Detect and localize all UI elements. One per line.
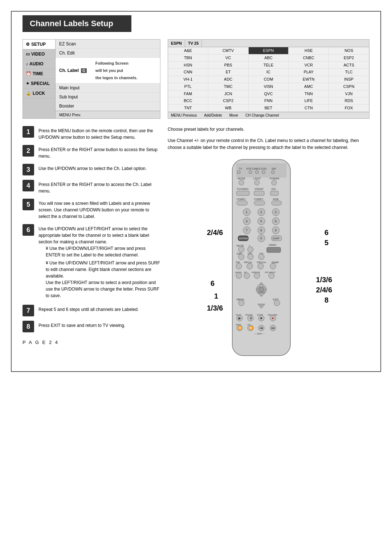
channel-cell[interactable]: AMC bbox=[289, 83, 329, 90]
footer-adddelete: Add/Delete bbox=[204, 113, 222, 117]
menu-item-booster[interactable]: Booster bbox=[56, 102, 160, 111]
footer-previous: MENU Previous bbox=[171, 113, 197, 117]
channel-cell[interactable]: TLC bbox=[329, 69, 369, 76]
steps-right: Choose preset labels for your channels. … bbox=[168, 126, 369, 360]
channel-cell[interactable]: FAM bbox=[168, 90, 208, 98]
channel-cell[interactable]: QVC bbox=[249, 90, 289, 98]
step-6: 6 Use the UP/DOWN and LEFT/RIGHT arrow t… bbox=[23, 224, 160, 300]
channel-cell[interactable]: A&E bbox=[168, 47, 208, 54]
channel-cell[interactable]: RDS bbox=[329, 97, 369, 105]
channel-cell[interactable]: JCN bbox=[208, 90, 249, 98]
svg-point-85 bbox=[259, 287, 264, 292]
channel-cell[interactable]: VISN bbox=[249, 83, 289, 90]
channel-cell[interactable]: TNT bbox=[168, 105, 208, 112]
step-text-4: Press ENTER or the RIGHT arrow to access… bbox=[38, 180, 160, 194]
channel-cell[interactable]: TBN bbox=[168, 54, 208, 62]
channel-cell[interactable]: INSP bbox=[329, 76, 369, 83]
channel-cell[interactable]: BET bbox=[249, 105, 289, 112]
special-icon: ✦ bbox=[26, 81, 29, 86]
svg-point-59 bbox=[248, 254, 253, 260]
channel-cell[interactable]: CSP2 bbox=[208, 97, 249, 105]
menu-note-2: will let you put bbox=[92, 67, 141, 74]
remote-wrapper: 2/4/6 6 5 6 1 1/3/6 1/3/6 2/4/6 8 bbox=[218, 156, 319, 360]
channel-cell[interactable]: FNN bbox=[249, 97, 289, 105]
svg-point-71 bbox=[270, 263, 276, 269]
step-text-7: Repeat 5 and 6 steps until all channels … bbox=[38, 305, 139, 316]
channel-cell[interactable]: PTL bbox=[168, 83, 208, 90]
sidebar-item-setup[interactable]: ⚙ SETUP bbox=[23, 40, 55, 49]
label-6-right: 6 bbox=[324, 228, 328, 237]
page-content: Channel Labels Setup ⚙ SETUP ▭ VIDEO ♪ bbox=[12, 12, 380, 371]
video-icon: ▭ bbox=[26, 52, 30, 57]
menu-item-ezscan[interactable]: EZ Scan bbox=[56, 40, 160, 49]
label-136-right: 1/3/6 bbox=[316, 276, 332, 284]
channel-footer: MENU Previous Add/Delete Move CH Change … bbox=[168, 112, 369, 118]
step-3: 3 Use the UP/DOWN arrow to select the Ch… bbox=[23, 164, 160, 175]
sidebar-item-video[interactable]: ▭ VIDEO bbox=[23, 49, 55, 59]
channel-cell[interactable]: EWTN bbox=[289, 76, 329, 83]
channel-cell[interactable]: CTN bbox=[289, 105, 329, 112]
step-text-5: You will now see a screen filled with La… bbox=[38, 199, 160, 220]
channel-cell[interactable]: ABC bbox=[249, 54, 289, 62]
channel-cell[interactable]: PBS bbox=[208, 62, 249, 69]
svg-rect-19 bbox=[237, 191, 249, 195]
channel-cell[interactable]: ESP2 bbox=[329, 54, 369, 62]
page-outer: Channel Labels Setup ⚙ SETUP ▭ VIDEO ♪ bbox=[11, 11, 381, 372]
channel-cell[interactable]: VJN bbox=[329, 90, 369, 98]
menu-item-maininput[interactable]: Main Input bbox=[56, 84, 160, 93]
channel-cell[interactable]: VCR bbox=[289, 62, 329, 69]
svg-point-87 bbox=[238, 300, 244, 306]
channel-cell[interactable]: ACTS bbox=[329, 62, 369, 69]
channel-cell[interactable]: VC bbox=[208, 54, 249, 62]
svg-text:5: 5 bbox=[260, 219, 262, 223]
svg-point-70 bbox=[258, 263, 264, 269]
sidebar-item-time[interactable]: ⏰ TIME bbox=[23, 69, 55, 79]
channel-cell[interactable]: NOS bbox=[329, 47, 369, 54]
sidebar-item-lock[interactable]: 🔒 LOCK bbox=[23, 89, 55, 98]
svg-text:COMP2: COMP2 bbox=[254, 198, 263, 200]
menu-item-chedit[interactable]: Ch. Edit bbox=[56, 49, 160, 58]
channel-cell[interactable]: CSPN bbox=[329, 83, 369, 90]
steps-left: 1 Press the MENU button on the remote co… bbox=[23, 126, 160, 360]
channel-cell[interactable]: ADC bbox=[208, 76, 249, 83]
svg-rect-20 bbox=[254, 191, 264, 195]
svg-text:⏮: ⏮ bbox=[260, 326, 263, 330]
step-text-3: Use the UP/DOWN arrow to select the Ch. … bbox=[38, 164, 147, 175]
channel-cell[interactable]: CNN bbox=[168, 69, 208, 76]
channel-cell[interactable]: TELE bbox=[249, 62, 289, 69]
svg-text:8: 8 bbox=[260, 228, 262, 232]
menu-item-chlabel[interactable]: Ch. Label G Following Screen will let yo… bbox=[56, 58, 160, 84]
svg-text:TV: TV bbox=[239, 167, 242, 170]
channel-cell[interactable]: WB bbox=[208, 105, 249, 112]
svg-text:0: 0 bbox=[260, 236, 262, 240]
channel-cell[interactable]: BCC bbox=[168, 97, 208, 105]
svg-point-57 bbox=[238, 254, 244, 260]
channel-cell[interactable]: CNBC bbox=[289, 54, 329, 62]
channel-cell[interactable]: HSN bbox=[168, 62, 208, 69]
channel-cell[interactable]: VH-1 bbox=[168, 76, 208, 83]
channel-cell[interactable]: ET bbox=[208, 69, 249, 76]
channel-cell[interactable]: HSE bbox=[289, 47, 329, 54]
sidebar-item-audio[interactable]: ♪ AUDIO bbox=[23, 59, 55, 69]
channel-cell[interactable]: LIFE bbox=[289, 97, 329, 105]
channel-cell[interactable]: TNN bbox=[289, 90, 329, 98]
svg-text:VIDEO: VIDEO bbox=[269, 244, 277, 246]
channel-cell[interactable]: COM bbox=[249, 76, 289, 83]
channel-cell[interactable]: IC bbox=[249, 69, 289, 76]
step-6-sub-1: Use the UP/DOWN/LEFT/RIGHT arrow and pre… bbox=[46, 245, 160, 258]
top-section: ⚙ SETUP ▭ VIDEO ♪ AUDIO ⏰ TIME bbox=[23, 39, 369, 119]
channel-cell[interactable]: FOX bbox=[329, 105, 369, 112]
channel-cell[interactable]: TMC bbox=[208, 83, 249, 90]
svg-text:1: 1 bbox=[246, 210, 248, 214]
svg-rect-1 bbox=[236, 163, 287, 178]
svg-point-13 bbox=[239, 180, 244, 185]
step-number-4: 4 bbox=[23, 180, 34, 191]
channel-cell-selected[interactable]: ESPN bbox=[249, 47, 289, 54]
sidebar-label-setup: SETUP bbox=[31, 42, 46, 47]
menu-item-subinput[interactable]: Sub Input bbox=[56, 93, 160, 102]
step-text-2: Press ENTER or the RIGHT arrow button to… bbox=[38, 145, 160, 159]
step-1: 1 Press the MENU button on the remote co… bbox=[23, 126, 160, 141]
sidebar-item-special[interactable]: ✦ SPECIAL bbox=[23, 79, 55, 89]
channel-cell[interactable]: CMTV bbox=[208, 47, 249, 54]
channel-cell[interactable]: PLAY bbox=[289, 69, 329, 76]
